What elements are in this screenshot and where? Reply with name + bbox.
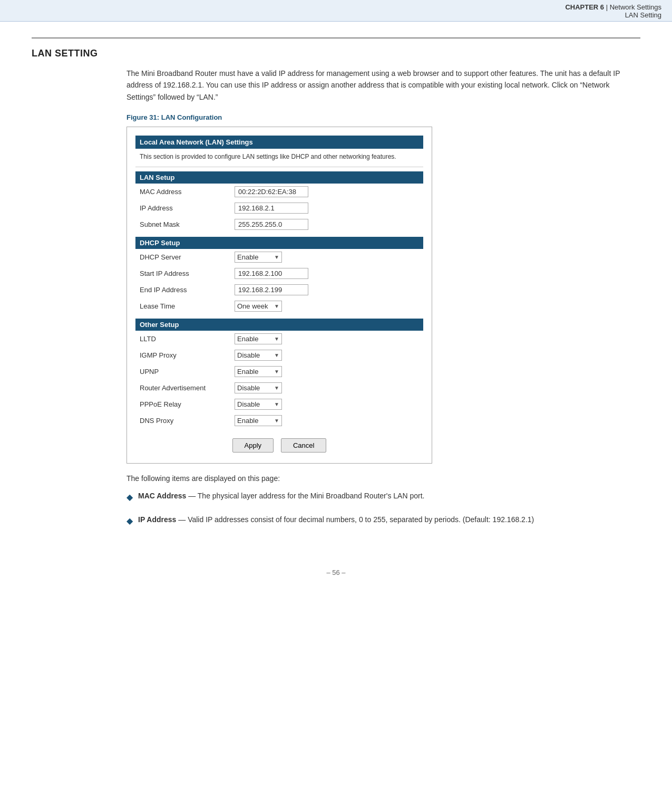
dns-proxy-select[interactable]: Enable ▼ (235, 415, 282, 426)
bullets-section: The following items are displayed on thi… (126, 474, 640, 527)
bullet-diamond-icon: ◆ (126, 490, 133, 504)
lan-setup-header: LAN Setup (135, 171, 423, 184)
dhcp-setup-section: DHCP Setup DHCP Server Enable ▼ Start IP… (135, 237, 423, 314)
subnet-mask-input[interactable]: 255.255.255.0 (235, 219, 308, 230)
dhcp-server-select[interactable]: Enable ▼ (235, 252, 282, 263)
section-title: LAN Setting (32, 48, 640, 59)
bullet-mac-text: MAC Address — The physical layer address… (138, 490, 424, 502)
bullets-intro: The following items are displayed on thi… (126, 474, 640, 483)
subnet-mask-label: Subnet Mask (135, 216, 230, 233)
lan-header-section: Local Area Network (LAN) Settings This s… (135, 136, 423, 167)
upnp-row: UPNP Enable ▼ (135, 363, 423, 380)
igmp-proxy-row: IGMP Proxy Disable ▼ (135, 347, 423, 363)
bullet-ip-bold: IP Address (138, 515, 176, 524)
end-ip-value: 192.168.2.199 (230, 282, 423, 298)
figure-box: Local Area Network (LAN) Settings This s… (126, 127, 432, 464)
pppoe-relay-value: Disable ▼ (230, 396, 423, 412)
dhcp-server-chevron-icon: ▼ (274, 254, 279, 260)
lan-title: Local Area Network (LAN) Settings (135, 136, 423, 149)
lease-time-select[interactable]: One week ▼ (235, 301, 282, 312)
chapter-number: CHAPTER 6 (565, 3, 604, 11)
pppoe-relay-row: PPPoE Relay Disable ▼ (135, 396, 423, 412)
start-ip-label: Start IP Address (135, 265, 230, 282)
upnp-value: Enable ▼ (230, 363, 423, 380)
lltd-select[interactable]: Enable ▼ (235, 333, 282, 344)
other-setup-section: Other Setup LLTD Enable ▼ IGMP Proxy (135, 319, 423, 429)
lease-time-label: Lease Time (135, 298, 230, 314)
other-setup-header: Other Setup (135, 319, 423, 331)
cancel-button[interactable]: Cancel (281, 438, 326, 453)
igmp-proxy-chevron-icon: ▼ (274, 352, 279, 358)
mac-address-field: 00:22:2D:62:EA:38 (235, 186, 308, 197)
dns-proxy-chevron-icon: ▼ (274, 418, 279, 424)
dhcp-setup-table: DHCP Server Enable ▼ Start IP Address 19… (135, 249, 423, 314)
subnet-mask-row: Subnet Mask 255.255.255.0 (135, 216, 423, 233)
lease-time-selected: One week (237, 302, 268, 310)
bullet-ip-text: IP Address — Valid IP addresses consist … (138, 514, 534, 525)
dhcp-server-value: Enable ▼ (230, 249, 423, 265)
upnp-selected: Enable (237, 368, 258, 376)
mac-address-value: 00:22:2D:62:EA:38 (230, 184, 423, 200)
router-advertisement-chevron-icon: ▼ (274, 385, 279, 391)
lltd-selected: Enable (237, 335, 258, 343)
page-header: CHAPTER 6 | Network Settings LAN Setting (0, 0, 672, 22)
header-nav1: Network Settings (610, 3, 661, 11)
header-separator: | (606, 3, 610, 11)
lltd-row: LLTD Enable ▼ (135, 331, 423, 347)
dns-proxy-selected: Enable (237, 417, 258, 425)
pppoe-relay-selected: Disable (237, 400, 260, 408)
bullet-mac-desc: — The physical layer address for the Min… (188, 492, 424, 500)
lan-description: This section is provided to configure LA… (135, 149, 423, 167)
lease-time-value: One week ▼ (230, 298, 423, 314)
router-advertisement-selected: Disable (237, 384, 260, 392)
figure-label: Figure 31: LAN Configuration (126, 113, 640, 121)
mac-address-label: MAC Address (135, 184, 230, 200)
apply-button[interactable]: Apply (232, 438, 274, 453)
mac-address-row: MAC Address 00:22:2D:62:EA:38 (135, 184, 423, 200)
main-content: LAN Setting The Mini Broadband Router mu… (0, 22, 672, 558)
other-setup-table: LLTD Enable ▼ IGMP Proxy Disable ▼ (135, 331, 423, 429)
page-number: – 56 – (326, 569, 345, 576)
lltd-value: Enable ▼ (230, 331, 423, 347)
ip-address-value: 192.168.2.1 (230, 200, 423, 216)
dns-proxy-label: DNS Proxy (135, 412, 230, 429)
pppoe-relay-chevron-icon: ▼ (274, 401, 279, 407)
dns-proxy-row: DNS Proxy Enable ▼ (135, 412, 423, 429)
ip-address-row: IP Address 192.168.2.1 (135, 200, 423, 216)
ip-address-label: IP Address (135, 200, 230, 216)
dhcp-setup-header: DHCP Setup (135, 237, 423, 249)
lease-time-row: Lease Time One week ▼ (135, 298, 423, 314)
section-divider (32, 37, 640, 39)
bullet-ip-desc: — Valid IP addresses consist of four dec… (178, 515, 534, 524)
lease-time-chevron-icon: ▼ (274, 303, 279, 309)
form-buttons: Apply Cancel (135, 433, 423, 455)
igmp-proxy-value: Disable ▼ (230, 347, 423, 363)
router-advertisement-row: Router Advertisement Disable ▼ (135, 380, 423, 396)
upnp-select[interactable]: Enable ▼ (235, 366, 282, 377)
lltd-label: LLTD (135, 331, 230, 347)
page-footer: – 56 – (0, 558, 672, 582)
igmp-proxy-selected: Disable (237, 351, 260, 359)
pppoe-relay-label: PPPoE Relay (135, 396, 230, 412)
start-ip-input[interactable]: 192.168.2.100 (235, 268, 308, 279)
pppoe-relay-select[interactable]: Disable ▼ (235, 399, 282, 410)
router-advertisement-value: Disable ▼ (230, 380, 423, 396)
dhcp-server-row: DHCP Server Enable ▼ (135, 249, 423, 265)
start-ip-row: Start IP Address 192.168.2.100 (135, 265, 423, 282)
lltd-chevron-icon: ▼ (274, 336, 279, 342)
dns-proxy-value: Enable ▼ (230, 412, 423, 429)
router-advertisement-select[interactable]: Disable ▼ (235, 382, 282, 393)
subnet-mask-value: 255.255.255.0 (230, 216, 423, 233)
router-advertisement-label: Router Advertisement (135, 380, 230, 396)
end-ip-label: End IP Address (135, 282, 230, 298)
igmp-proxy-select[interactable]: Disable ▼ (235, 350, 282, 361)
bullet-mac-bold: MAC Address (138, 492, 186, 500)
ip-address-input[interactable]: 192.168.2.1 (235, 203, 308, 214)
intro-paragraph: The Mini Broadband Router must have a va… (126, 68, 640, 103)
dhcp-server-selected: Enable (237, 253, 258, 261)
bullet-ip-address: ◆ IP Address — Valid IP addresses consis… (126, 514, 640, 528)
header-nav2: LAN Setting (625, 11, 661, 19)
start-ip-value: 192.168.2.100 (230, 265, 423, 282)
end-ip-input[interactable]: 192.168.2.199 (235, 284, 308, 295)
igmp-proxy-label: IGMP Proxy (135, 347, 230, 363)
